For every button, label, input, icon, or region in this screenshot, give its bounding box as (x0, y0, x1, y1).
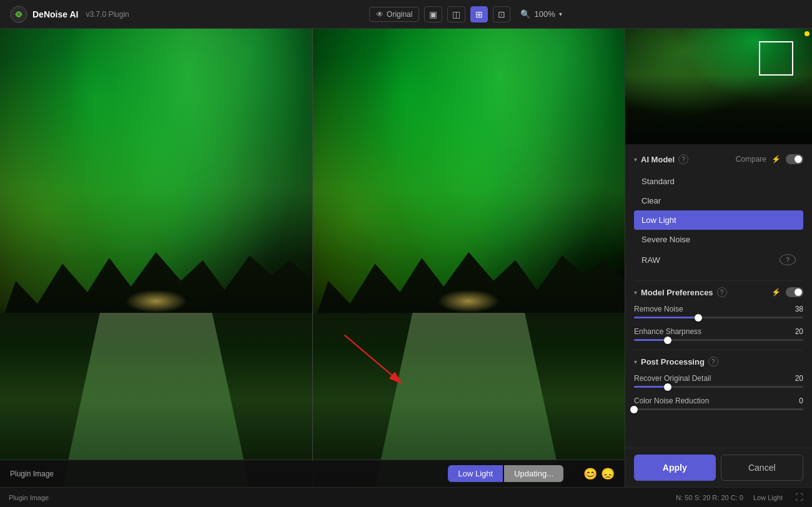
preview-selector-box[interactable] (759, 41, 793, 76)
apply-button[interactable]: Apply (634, 455, 716, 481)
ai-model-chevron-icon[interactable]: ▾ (634, 156, 637, 163)
lights-glow-right (437, 290, 500, 313)
remove-noise-thumb[interactable] (695, 314, 702, 322)
model-lowlight-label: Low Light (641, 215, 676, 225)
enhance-sharpness-label-row: Enhance Sharpness 20 (634, 327, 803, 336)
app-logo-icon (10, 6, 27, 23)
app-name: DeNoise AI (32, 9, 78, 19)
enhance-sharpness-track (634, 339, 803, 341)
top-bar: DeNoise AI v3.7.0 Plugin 👁 Original ▣ ◫ … (0, 0, 812, 29)
post-processing-help-button[interactable]: ? (708, 357, 718, 367)
dual-view-button[interactable]: ⊞ (470, 6, 488, 22)
remove-noise-slider-row: Remove Noise 38 (634, 305, 803, 318)
color-noise-label-row: Color Noise Reduction 0 (634, 396, 803, 405)
bottom-stats-text: N: 50 S: 20 R: 20 C: 0 (676, 494, 743, 501)
eye-icon: 👁 (376, 10, 384, 19)
model-prefs-chevron-icon[interactable]: ▾ (634, 289, 637, 296)
main-content: Original Plugin Image Low Light Updating… (0, 29, 812, 487)
ai-model-help-button[interactable]: ? (678, 154, 688, 164)
post-processing-chevron-icon[interactable]: ▾ (634, 358, 637, 365)
model-list: Standard Clear Low Light Severe Noise RA… (634, 172, 803, 270)
remove-noise-value: 38 (786, 305, 803, 313)
model-prefs-title: Model Preferences (641, 288, 713, 297)
enhance-sharpness-value: 20 (786, 327, 803, 336)
compare-label: Compare (736, 155, 766, 164)
status-center-badges: Low Light Updating... (448, 465, 563, 482)
cancel-button[interactable]: Cancel (721, 455, 804, 481)
color-noise-track (634, 408, 803, 410)
plugin-image-bottom-label: Plugin Image (9, 494, 49, 501)
remove-noise-fill (634, 317, 698, 318)
remove-noise-label: Remove Noise (634, 305, 683, 313)
model-item-raw[interactable]: RAW ? (634, 249, 803, 270)
model-item-lowlight[interactable]: Low Light (634, 210, 803, 230)
remove-noise-track (634, 317, 803, 318)
model-standard-label: Standard (641, 177, 675, 186)
model-item-severe-noise[interactable]: Severe Noise (634, 230, 803, 249)
model-prefs-section-right: ⚡ (771, 287, 803, 297)
lightning-icon: ⚡ (771, 155, 781, 164)
preview-dot (805, 31, 810, 36)
image-area: Original Plugin Image Low Light Updating… (0, 29, 625, 487)
compare-toggle[interactable] (786, 154, 803, 164)
divider-2 (634, 350, 803, 350)
model-severe-noise-label: Severe Noise (641, 235, 690, 244)
left-image-panel: Original (0, 29, 312, 487)
plugin-image-label: Plugin Image (10, 470, 54, 478)
ai-model-section-header: ▾ AI Model ? Compare ⚡ (634, 154, 803, 164)
emoji-buttons: 😊 😞 (583, 467, 615, 481)
detail-view-button[interactable]: ⊡ (493, 6, 510, 22)
raw-help-icon[interactable]: ? (780, 254, 796, 265)
color-noise-label: Color Noise Reduction (634, 396, 709, 405)
enhance-sharpness-thumb[interactable] (664, 337, 671, 344)
model-prefs-lightning-icon: ⚡ (771, 288, 781, 297)
enhance-sharpness-slider-row: Enhance Sharpness 20 (634, 327, 803, 341)
model-clear-label: Clear (641, 196, 661, 205)
panel-bottom-buttons: Apply Cancel (625, 448, 812, 487)
model-prefs-section-header: ▾ Model Preferences ? ⚡ (634, 287, 803, 297)
single-view-icon: ▣ (429, 9, 437, 19)
detail-view-icon: ⊡ (498, 9, 505, 19)
ai-model-title: AI Model (641, 155, 675, 164)
post-processing-title: Post Processing (641, 357, 705, 367)
model-item-standard[interactable]: Standard (634, 172, 803, 191)
recover-detail-label-row: Recover Original Detail 20 (634, 374, 803, 383)
lights-glow-left (125, 290, 187, 313)
bottom-bar: Plugin Image N: 50 S: 20 R: 20 C: 0 Low … (0, 487, 812, 507)
divider-1 (634, 280, 803, 281)
fullscreen-button[interactable]: ⛶ (795, 493, 803, 502)
happy-emoji-button[interactable]: 😊 (583, 467, 597, 481)
single-view-button[interactable]: ▣ (424, 6, 442, 22)
sad-emoji-button[interactable]: 😞 (601, 467, 615, 481)
recover-detail-track (634, 386, 803, 388)
model-raw-label: RAW (641, 255, 660, 265)
enhance-sharpness-fill (634, 339, 668, 341)
post-processing-section-header: ▾ Post Processing ? (634, 357, 803, 367)
recover-detail-slider-row: Recover Original Detail 20 (634, 374, 803, 388)
model-prefs-toggle[interactable] (786, 287, 803, 297)
color-noise-thumb[interactable] (630, 406, 638, 413)
app-version: v3.7.0 Plugin (86, 10, 129, 19)
model-prefs-help-button[interactable]: ? (717, 287, 727, 297)
recover-detail-label: Recover Original Detail (634, 374, 711, 383)
image-status-overlay: Plugin Image Low Light Updating... 😊 😞 (0, 460, 625, 487)
bottom-stats: N: 50 S: 20 R: 20 C: 0 Low Light (676, 494, 783, 501)
right-image-panel (312, 29, 625, 487)
ai-model-section-right: Compare ⚡ (736, 154, 803, 164)
recover-detail-value: 20 (786, 374, 803, 383)
zoom-control: 🔍 100% ▾ (520, 9, 562, 19)
original-view-button[interactable]: 👁 Original (369, 7, 419, 22)
dual-view-icon: ⊞ (475, 9, 483, 19)
updating-badge: Updating... (504, 465, 563, 482)
color-noise-slider-row: Color Noise Reduction 0 (634, 396, 803, 410)
zoom-chevron-icon: ▾ (559, 11, 562, 17)
zoom-level: 100% (534, 9, 555, 19)
model-item-clear[interactable]: Clear (634, 191, 803, 210)
recover-detail-thumb[interactable] (664, 383, 671, 391)
split-view-button[interactable]: ◫ (447, 6, 465, 22)
bottom-model-text: Low Light (753, 494, 783, 501)
preview-thumbnail (625, 29, 812, 144)
right-panel: ▾ AI Model ? Compare ⚡ Standard Clear (625, 29, 812, 487)
recover-detail-fill (634, 386, 668, 388)
logo-area: DeNoise AI v3.7.0 Plugin (10, 6, 129, 23)
